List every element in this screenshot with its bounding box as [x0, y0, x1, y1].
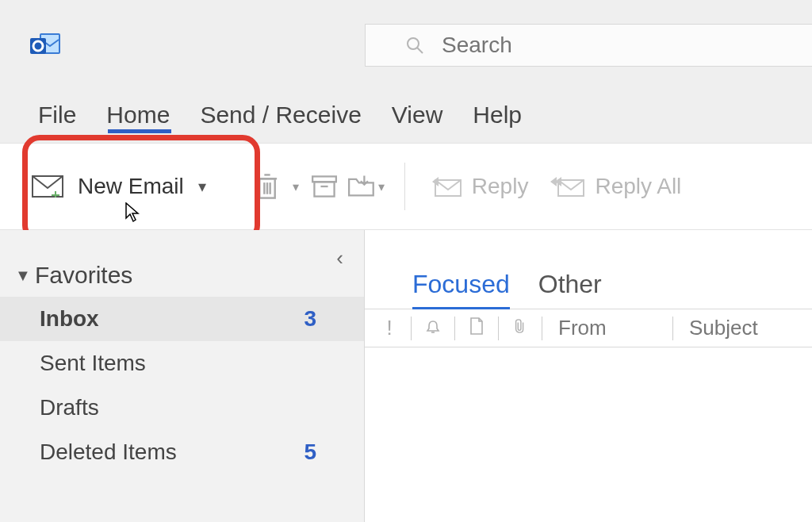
column-headers: ! From Subject	[365, 309, 812, 347]
column-from[interactable]: From	[552, 316, 663, 340]
menu-help[interactable]: Help	[473, 102, 522, 129]
tab-other[interactable]: Other	[538, 270, 602, 309]
menu-home[interactable]: Home	[106, 102, 170, 129]
folder-sent-items[interactable]: Sent Items	[0, 341, 364, 386]
search-icon	[405, 36, 424, 55]
outlook-app-icon	[30, 32, 62, 59]
delete-dropdown[interactable]: ▾	[285, 168, 306, 205]
menu-send-receive[interactable]: Send / Receive	[200, 102, 361, 129]
folder-count: 5	[304, 439, 316, 465]
archive-button[interactable]	[306, 168, 343, 205]
ribbon-separator	[404, 163, 405, 210]
search-input[interactable]	[440, 32, 812, 59]
reply-all-button[interactable]: Reply All	[539, 174, 692, 199]
importance-column-icon[interactable]: !	[377, 316, 401, 340]
folder-deleted-items[interactable]: Deleted Items 5	[0, 430, 364, 474]
favorites-header[interactable]: ▼ Favorites	[0, 262, 364, 289]
new-email-label: New Email	[78, 174, 184, 199]
mouse-cursor-icon	[125, 202, 141, 228]
reply-label: Reply	[472, 174, 529, 199]
chevron-down-icon: ▾	[198, 177, 206, 196]
tab-focused[interactable]: Focused	[412, 270, 510, 309]
attachment-column-icon[interactable]	[508, 316, 532, 340]
ribbon: New Email ▾ ▾ ▾ Reply	[0, 143, 812, 230]
folder-count: 3	[304, 306, 316, 332]
collapse-pane-button[interactable]: ‹	[336, 246, 343, 271]
folder-drafts[interactable]: Drafts	[0, 386, 364, 430]
column-subject[interactable]: Subject	[683, 316, 764, 340]
delete-button[interactable]	[249, 168, 285, 205]
folder-pane: ‹ ▼ Favorites Inbox 3 Sent Items Drafts …	[0, 230, 365, 522]
folder-inbox[interactable]: Inbox 3	[0, 297, 364, 341]
move-button[interactable]: ▾	[343, 168, 390, 205]
folder-list: Inbox 3 Sent Items Drafts Deleted Items …	[0, 297, 364, 474]
message-list-pane: Focused Other !	[365, 230, 812, 522]
folder-label: Sent Items	[40, 351, 146, 376]
svg-rect-16	[314, 182, 334, 196]
folder-label: Deleted Items	[40, 439, 177, 465]
reply-button[interactable]: Reply	[419, 174, 540, 199]
reply-all-label: Reply All	[595, 174, 681, 199]
folder-label: Drafts	[40, 395, 99, 420]
reminder-column-icon[interactable]	[421, 316, 445, 340]
favorites-label: Favorites	[35, 262, 132, 289]
svg-line-5	[417, 48, 423, 53]
envelope-icon	[32, 175, 63, 198]
menu-view[interactable]: View	[392, 102, 442, 129]
svg-point-4	[408, 38, 419, 49]
menu-file[interactable]: File	[38, 102, 76, 129]
search-box[interactable]	[365, 24, 812, 67]
item-type-column-icon[interactable]	[465, 316, 488, 340]
chevron-down-icon: ▼	[14, 267, 32, 285]
new-email-button[interactable]: New Email ▾	[32, 166, 217, 207]
folder-label: Inbox	[40, 306, 99, 332]
menu-bar: File Home Send / Receive View Help	[0, 87, 812, 143]
